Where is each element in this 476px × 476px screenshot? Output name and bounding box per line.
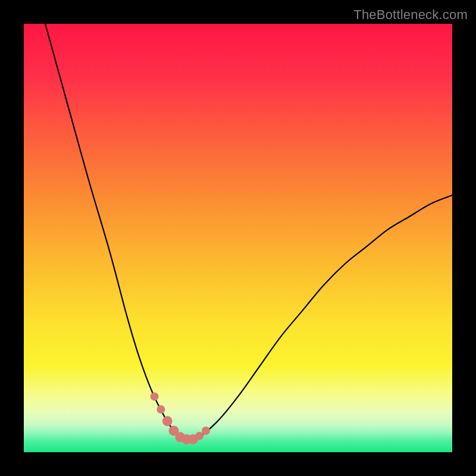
minimum-dots — [151, 392, 210, 444]
bottleneck-curve — [45, 24, 452, 441]
min-dot — [202, 427, 210, 435]
curve-layer — [24, 24, 452, 452]
min-dot — [156, 405, 165, 414]
min-dot — [151, 392, 159, 400]
min-dot — [162, 416, 173, 426]
watermark-text: TheBottleneck.com — [353, 7, 468, 23]
chart-frame: TheBottleneck.com — [0, 0, 476, 476]
plot-area — [24, 24, 452, 452]
